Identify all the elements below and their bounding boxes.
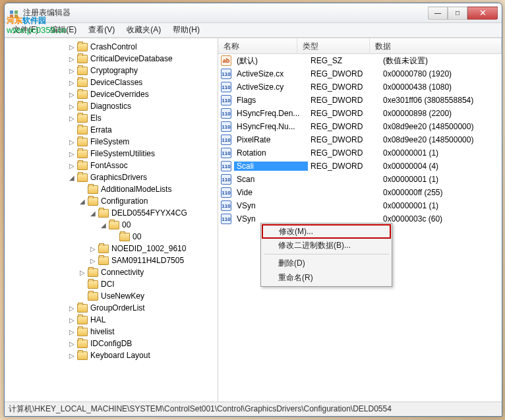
minimize-button[interactable]: — (428, 7, 448, 20)
tree-item-label: HAL (90, 315, 105, 324)
expand-icon[interactable]: ▷ (68, 328, 76, 336)
menu-view[interactable]: 查看(V) (83, 23, 120, 37)
expand-icon[interactable]: ▷ (68, 55, 76, 63)
expand-icon[interactable]: ▷ (68, 351, 76, 359)
svg-rect-0 (10, 11, 13, 14)
cell-data: 0x08d9ee20 (148500000) (380, 135, 502, 144)
expand-icon[interactable]: ▷ (68, 150, 76, 158)
tree-item[interactable]: ◢GraphicsDrivers (5, 171, 218, 183)
context-rename[interactable]: 重命名(R) (262, 270, 390, 285)
folder-icon (77, 138, 88, 146)
folder-icon (88, 268, 98, 277)
expand-icon[interactable]: ▷ (68, 43, 76, 51)
list-row[interactable]: ab(默认)REG_SZ(数值未设置) (218, 54, 502, 67)
titlebar[interactable]: 注册表编辑器 — □ ✕ (5, 3, 502, 23)
expand-icon[interactable]: ▷ (89, 245, 97, 253)
binary-value-icon: 110 (221, 95, 231, 105)
column-data[interactable]: 数据 (370, 38, 502, 53)
tree-item[interactable]: ▷Keyboard Layout (5, 349, 218, 361)
tree-item[interactable]: ▷DeviceOverrides (5, 88, 218, 100)
svg-rect-1 (15, 11, 18, 14)
context-modify-binary[interactable]: 修改二进制数据(B)... (262, 238, 390, 253)
tree-item[interactable]: ▷Diagnostics (5, 100, 218, 112)
cell-type: REG_DWORD (308, 148, 380, 158)
binary-value-icon: 110 (221, 161, 231, 171)
list-row[interactable]: 110FlagsREG_DWORD0xe301ff06 (3808558854) (218, 94, 502, 107)
list-row[interactable]: 110VSyn0x00000001 (1) (218, 199, 502, 212)
menu-favorites[interactable]: 收藏夹(A) (121, 23, 166, 37)
tree-item[interactable]: ▷GroupOrderList (5, 302, 218, 314)
expand-icon[interactable]: ▷ (68, 316, 76, 324)
collapse-icon[interactable]: ◢ (100, 221, 107, 229)
cell-data: 0x08d9ee20 (148500000) (380, 122, 502, 131)
tree-scroll[interactable]: ▷CrashControl▷CriticalDeviceDatabase▷Cry… (5, 38, 218, 402)
tree-item[interactable]: ▷FileSystemUtilities (5, 148, 218, 160)
tree-item[interactable]: ▷SAM0911H4LD7505 (5, 255, 218, 266)
tree-item[interactable]: ▷CriticalDeviceDatabase (5, 53, 218, 65)
expand-icon[interactable]: ▷ (68, 162, 76, 169)
tree-item[interactable]: ▷Cryptography (5, 65, 218, 76)
expand-icon[interactable]: ▷ (68, 102, 76, 110)
tree-item[interactable]: ▷00 (5, 231, 218, 243)
context-delete[interactable]: 删除(D) (262, 256, 390, 270)
tree-item[interactable]: ▷HAL (5, 314, 218, 326)
tree-pane: ▷CrashControl▷CriticalDeviceDatabase▷Cry… (5, 38, 218, 402)
column-type[interactable]: 类型 (297, 38, 370, 53)
tree-item[interactable]: ◢00 (5, 219, 218, 231)
list-row[interactable]: 110HSyncFreq.Den...REG_DWORD0x00000898 (… (218, 107, 502, 120)
list-row[interactable]: 110ScaliREG_DWORD0x00000004 (4) (218, 160, 502, 173)
expand-icon[interactable]: ▷ (89, 256, 97, 264)
tree-item[interactable]: ◢DELD0554FYYX4CG (5, 207, 218, 219)
expand-icon[interactable]: ▷ (78, 268, 86, 276)
expand-icon[interactable]: ▷ (68, 340, 76, 347)
tree-item-label: 00 (122, 220, 131, 229)
expand-icon[interactable]: ▷ (68, 304, 76, 312)
tree-item[interactable]: ▷Els (5, 112, 218, 124)
tree-item[interactable]: ▷IDConfigDB (5, 338, 218, 349)
collapse-icon[interactable]: ◢ (68, 173, 76, 181)
cell-name: HSyncFreq.Den... (234, 109, 308, 118)
maximize-button[interactable]: □ (448, 7, 467, 20)
cell-name: Rotation (234, 148, 308, 158)
tree-item[interactable]: ▷hivelist (5, 326, 218, 338)
list-body[interactable]: ab(默认)REG_SZ(数值未设置)110ActiveSize.cxREG_D… (218, 54, 502, 402)
collapse-icon[interactable]: ◢ (89, 209, 97, 217)
folder-icon (77, 328, 88, 336)
tree-item[interactable]: ▷UseNewKey (5, 290, 218, 302)
cell-data: 0x000000ff (255) (380, 188, 502, 197)
tree-item[interactable]: ▷NOEDID_1002_9610 (5, 243, 218, 255)
menu-edit[interactable]: 编辑(E) (45, 23, 82, 37)
column-name[interactable]: 名称 (218, 38, 297, 53)
cell-name: VSyn (234, 201, 308, 210)
tree-item[interactable]: ▷Errata (5, 124, 218, 136)
list-row[interactable]: 110ActiveSize.cxREG_DWORD0x00000780 (192… (218, 67, 502, 80)
list-row[interactable]: 110HSyncFreq.Nu...REG_DWORD0x08d9ee20 (1… (218, 120, 502, 133)
tree-item[interactable]: ▷Connectivity (5, 266, 218, 278)
menu-help[interactable]: 帮助(H) (167, 23, 205, 37)
binary-value-icon: 110 (221, 135, 231, 145)
tree-item[interactable]: ▷CrashControl (5, 41, 218, 53)
close-button[interactable]: ✕ (467, 7, 498, 20)
menu-file[interactable]: 文件(F) (7, 23, 44, 37)
list-row[interactable]: 110Scan0x00000001 (1) (218, 173, 502, 186)
expand-icon[interactable]: ▷ (68, 78, 76, 86)
context-modify[interactable]: 修改(M)... (262, 224, 391, 239)
folder-icon (88, 185, 98, 194)
tree-item[interactable]: ▷FontAssoc (5, 160, 218, 171)
collapse-icon[interactable]: ◢ (78, 197, 86, 205)
tree-item[interactable]: ▷AdditionalModeLists (5, 183, 218, 195)
list-row[interactable]: 110RotationREG_DWORD0x00000001 (1) (218, 146, 502, 160)
tree-item[interactable]: ▷DCI (5, 278, 218, 290)
list-row[interactable]: 110PixelRateREG_DWORD0x08d9ee20 (1485000… (218, 133, 502, 146)
expand-icon[interactable]: ▷ (68, 138, 76, 146)
cell-name: (默认) (234, 55, 308, 67)
expand-icon[interactable]: ▷ (68, 114, 76, 122)
cell-name: Scan (234, 175, 308, 184)
tree-item[interactable]: ◢Configuration (5, 195, 218, 207)
expand-icon[interactable]: ▷ (68, 67, 76, 75)
tree-item[interactable]: ▷DeviceClasses (5, 76, 218, 88)
expand-icon[interactable]: ▷ (68, 90, 76, 98)
list-row[interactable]: 110Vide0x000000ff (255) (218, 186, 502, 199)
list-row[interactable]: 110ActiveSize.cyREG_DWORD0x00000438 (108… (218, 80, 502, 94)
tree-item[interactable]: ▷FileSystem (5, 136, 218, 148)
